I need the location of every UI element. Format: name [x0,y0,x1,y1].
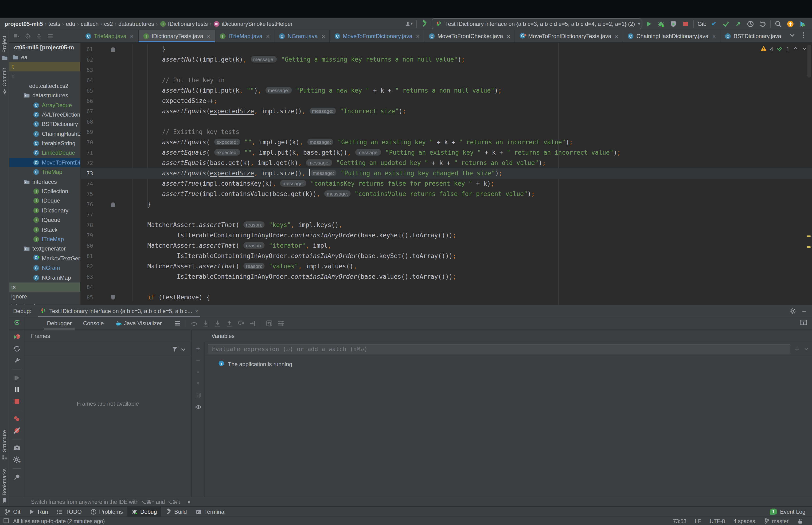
breadcrumb-item[interactable]: project05-mli5 [5,20,43,27]
code-line-78[interactable]: 78 MatcherAssert.assertThat( reason: "ke… [81,220,812,230]
tab-idictionarytests-java[interactable]: IIDictionaryTests.java× [138,30,215,42]
tree-item-edu-caltech-cs2[interactable]: edu.caltech.cs2 [10,81,80,91]
force-step-into-icon[interactable] [214,320,221,327]
stop-icon[interactable] [682,20,690,28]
caret-position[interactable]: 73:53 [673,518,687,524]
menu-icon[interactable] [47,33,53,40]
tab-bstdictionary-java[interactable]: CBSTDictionary.java× [720,30,784,42]
file-encoding[interactable]: UTF-8 [709,518,725,524]
debug-rerun-icon[interactable] [13,333,20,341]
tree-item-idictionary[interactable]: IIDictionary [10,206,80,215]
line-number[interactable]: 79 [81,230,93,241]
tree-item-t[interactable]: t [10,62,80,72]
tree-item-iqueue[interactable]: IIQueue [10,215,80,225]
toolwindow-button-debug[interactable]: Debug [127,507,161,516]
line-number[interactable]: 71 [81,148,93,158]
warning-stripe-mark[interactable] [807,236,811,237]
sidebar-stripe-project[interactable]: Project [1,31,7,52]
step-out-icon[interactable] [226,320,233,327]
tree-item-markovtextgener[interactable]: CMarkovTextGener [10,254,80,263]
close-icon[interactable]: × [321,33,325,40]
tab-movetofrontdictionary-java[interactable]: CMoveToFrontDictionary.java× [330,30,424,42]
line-number[interactable]: 75 [81,189,93,199]
close-icon[interactable]: × [507,33,510,40]
line-number[interactable]: 78 [81,220,93,230]
pause-icon[interactable] [13,386,20,393]
tree-item-ct05-mli5-project05-m[interactable]: ct05-mli5 [project05-m [10,43,80,52]
code-line-63[interactable]: 63 [81,65,812,75]
tree-item-lab-ci-yml[interactable]: lab-ci.yml [10,301,80,304]
hammer-green-icon[interactable] [421,20,428,28]
code-with-me-icon[interactable] [799,20,806,28]
line-number[interactable]: 63 [81,65,93,75]
line-number[interactable]: 67 [81,106,93,117]
close-icon[interactable]: × [615,33,619,40]
play-icon[interactable] [645,20,653,28]
code-line-81[interactable]: 81 IsIterableContainingInAnyOrder.contai… [81,251,812,261]
indent-setting[interactable]: 4 spaces [734,518,755,524]
wrench-icon[interactable] [13,357,20,364]
tree-item-icollection[interactable]: IICollection [10,186,80,196]
git-push-icon[interactable] [734,20,742,28]
sidebar-stripe-commit[interactable]: Commit [1,67,7,87]
line-number[interactable]: 69 [81,127,93,137]
code-line-74[interactable]: 74 assertTrue(impl.containsKey(k), messa… [81,179,812,189]
settings-gear-wrap[interactable]: ▾ [13,456,20,463]
line-number[interactable]: 74 [81,179,93,189]
coverage-icon[interactable] [670,20,677,28]
code-line-77[interactable]: 77 [81,210,812,220]
evaluate-icon[interactable] [265,320,273,327]
code-line-69[interactable]: 69 // Existing key tests [81,127,812,137]
code-line-79[interactable]: 79 IsIterableContainingInAnyOrder.contai… [81,230,812,241]
code-line-61[interactable]: 61 } [81,44,812,55]
close-icon[interactable]: × [207,33,211,40]
tree-item-ea[interactable]: ea [10,52,80,62]
code-editor[interactable]: 61 }62 assertNull(impl.get(k), message: … [81,43,812,304]
tree-item-chaininghashdic[interactable]: CChainingHashDic [10,129,80,139]
code-line-75[interactable]: 75 assertTrue(impl.containsValue(base.ge… [81,189,812,199]
line-number[interactable]: 82 [81,261,93,272]
breadcrumb-item[interactable]: edu [66,20,75,27]
user-icon[interactable]: ▾ [405,20,413,28]
search-icon[interactable] [775,20,782,28]
toolwindow-button-todo[interactable]: TODO [52,507,86,516]
git-commit-icon[interactable] [722,20,730,28]
breadcrumb-item[interactable]: IIDictionaryTests [159,20,208,27]
history-icon[interactable] [747,20,754,28]
line-number[interactable]: 64 [81,75,93,86]
fold-marker-icon[interactable] [111,202,115,207]
add-watch-icon[interactable]: + [794,346,800,351]
close-icon[interactable]: × [195,308,198,314]
line-number[interactable]: 73 [81,168,93,179]
warning-stripe-mark[interactable] [807,246,811,248]
line-number[interactable]: 62 [81,55,93,65]
line-number[interactable]: 66 [81,96,93,106]
close-icon[interactable]: × [416,33,419,40]
expand-watches-icon[interactable] [803,346,809,351]
gear-icon[interactable] [790,308,796,314]
toolwindow-button-problems[interactable]: Problems [86,507,127,516]
close-icon[interactable]: × [266,33,270,40]
run-to-cursor-icon[interactable] [249,320,257,327]
tri-up-icon[interactable]: ▲ [195,369,201,375]
fold-marker-icon[interactable] [111,47,115,52]
view-combo-icon[interactable] [13,33,20,40]
sliders-icon[interactable] [277,320,285,327]
line-separator[interactable]: LF [695,518,701,524]
close-icon[interactable]: × [130,33,134,40]
line-number[interactable]: 83 [81,272,93,282]
evaluate-expression-input[interactable] [208,344,791,354]
debug-tab-debugger[interactable]: Debugger [41,317,77,329]
debug-session-tab[interactable]: Test IDictionary interface on {a b c=3, … [36,305,202,317]
code-line-71[interactable]: 71 assertEquals( expected: "", impl.put(… [81,148,812,158]
tab-movetofrontchecker-java[interactable]: CMoveToFrontChecker.java× [424,30,515,42]
tree-item-linkeddeque[interactable]: CLinkedDeque [10,148,80,158]
tab-itriemap-java[interactable]: IITrieMap.java× [215,30,274,42]
rollback-icon[interactable] [759,20,766,28]
tree-item-textgenerator[interactable]: textgenerator [10,244,80,254]
code-line-65[interactable]: 65 assertNull(impl.put(k, ""), message: … [81,86,812,96]
code-line-82[interactable]: 82 MatcherAssert.assertThat( reason: "va… [81,261,812,272]
minimize-icon[interactable] [801,308,807,314]
line-number[interactable]: 85 [81,292,93,303]
tab-triemap-java[interactable]: CTrieMap.java× [81,30,138,42]
